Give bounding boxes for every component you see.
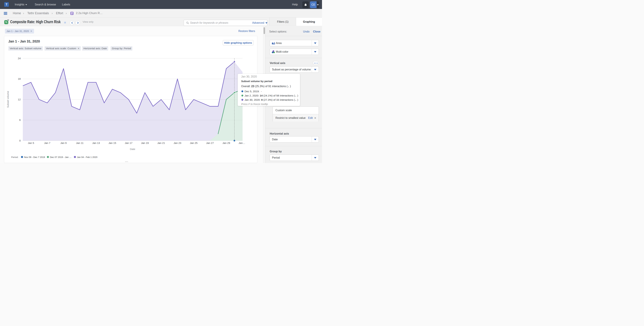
svg-text:Jan 9: Jan 9 xyxy=(60,142,67,144)
svg-text:Subset volume: Subset volume xyxy=(6,91,9,108)
svg-text:Jan 29: Jan 29 xyxy=(222,142,230,144)
svg-text:18: 18 xyxy=(18,77,21,80)
svg-text:Jan 15: Jan 15 xyxy=(108,142,116,144)
svg-text:Date: Date xyxy=(130,148,135,150)
svg-text:Jan 17: Jan 17 xyxy=(125,142,132,144)
svg-text:Jan 5: Jan 5 xyxy=(28,142,34,144)
svg-text:Jan 23: Jan 23 xyxy=(174,142,181,144)
svg-text:Jan…: Jan… xyxy=(238,142,245,144)
svg-text:Jan 11: Jan 11 xyxy=(76,142,84,144)
svg-text:6: 6 xyxy=(19,118,21,121)
svg-text:Nov 09 - Dec 7 2019: Nov 09 - Dec 7 2019 xyxy=(24,156,45,158)
svg-text:12: 12 xyxy=(18,98,21,101)
svg-text:Jan 25: Jan 25 xyxy=(190,142,198,144)
svg-text:Jan 7: Jan 7 xyxy=(44,142,50,144)
svg-text:Jan 27: Jan 27 xyxy=(206,142,214,144)
svg-text:0: 0 xyxy=(19,139,21,142)
svg-text:Jan 13: Jan 13 xyxy=(92,142,100,144)
svg-text:24: 24 xyxy=(18,57,21,60)
svg-text:Dec 07 2019 - Jan …: Dec 07 2019 - Jan … xyxy=(50,156,72,158)
svg-text:Jan 04 - Feb 1 2020: Jan 04 - Feb 1 2020 xyxy=(77,156,98,158)
svg-text:Jan 19: Jan 19 xyxy=(141,142,149,144)
svg-text:Period:: Period: xyxy=(11,156,18,158)
svg-text:Jan 21: Jan 21 xyxy=(157,142,165,144)
